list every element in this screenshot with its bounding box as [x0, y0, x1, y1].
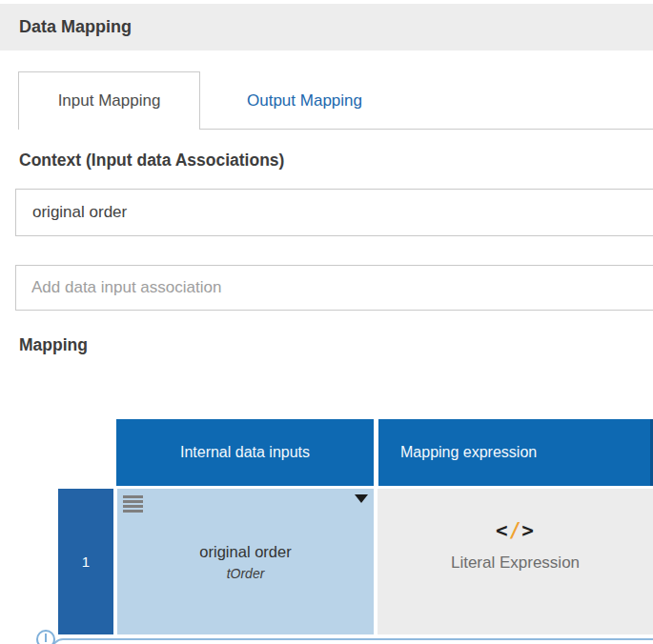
- dialog-header: Data Mapping: [0, 4, 653, 50]
- code-icon-gt: >: [521, 519, 535, 542]
- data-mapping-dialog: Data Mapping Input Mapping Output Mappin…: [0, 0, 653, 644]
- code-icon-slash: /: [509, 519, 522, 542]
- row-number-cell[interactable]: 1: [58, 489, 113, 634]
- column-header-mapping-expression: Mapping expression: [378, 419, 653, 486]
- column-header-label: Internal data inputs: [180, 444, 310, 461]
- add-association-input[interactable]: [15, 265, 653, 311]
- tabs-divider: [200, 129, 653, 130]
- code-icon: </>: [496, 519, 535, 542]
- data-input-association-item[interactable]: original order: [15, 189, 653, 236]
- tab-output-mapping-label: Output Mapping: [247, 91, 362, 111]
- row-number: 1: [82, 553, 90, 570]
- info-icon: [36, 630, 55, 644]
- tab-input-mapping-label: Input Mapping: [58, 91, 161, 111]
- tab-input-mapping[interactable]: Input Mapping: [18, 71, 200, 130]
- page-title: Data Mapping: [19, 17, 132, 37]
- tab-output-mapping[interactable]: Output Mapping: [202, 72, 407, 129]
- info-banner: [51, 638, 653, 644]
- mapping-input-cell[interactable]: original order tOrder: [117, 489, 374, 634]
- column-header-label: Mapping expression: [400, 444, 537, 461]
- data-input-name: original order: [199, 543, 291, 561]
- mapping-section-heading: Mapping: [19, 335, 88, 355]
- input-cell-content: original order tOrder: [117, 489, 374, 634]
- expression-type-label: Literal Expression: [451, 553, 580, 573]
- association-value: original order: [32, 203, 127, 222]
- data-input-type: tOrder: [227, 566, 265, 581]
- context-section-heading: Context (Input data Associations): [19, 151, 284, 171]
- info-icon-mark: [45, 634, 47, 642]
- column-header-internal-data-inputs: Internal data inputs: [116, 419, 374, 486]
- code-icon-lt: <: [496, 519, 509, 542]
- mapping-expression-cell[interactable]: </> Literal Expression: [378, 489, 653, 634]
